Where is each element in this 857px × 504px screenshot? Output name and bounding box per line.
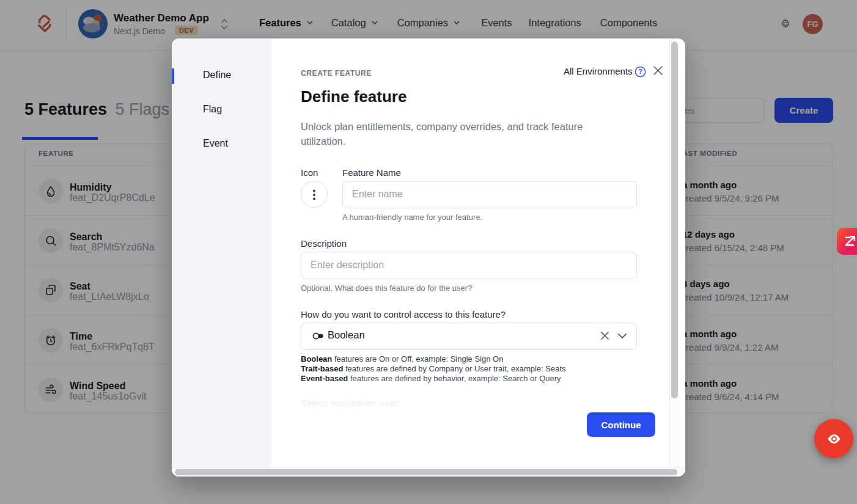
svg-text:?: ? [638, 68, 642, 75]
